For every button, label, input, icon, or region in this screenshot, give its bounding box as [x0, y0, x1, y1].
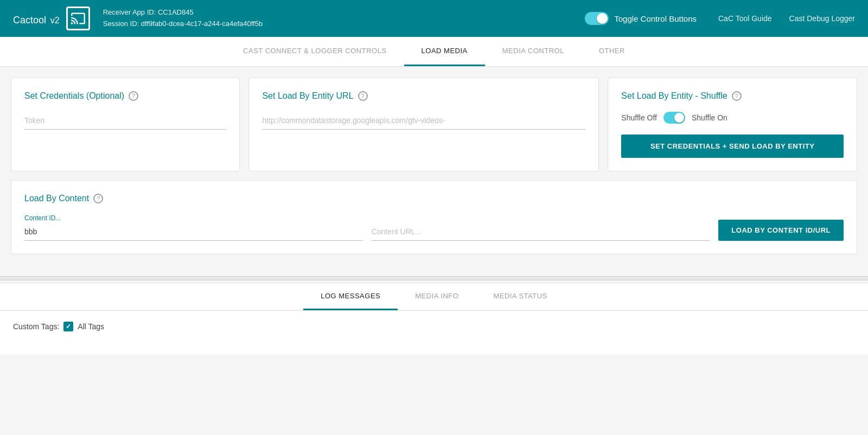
tab-load-media[interactable]: LOAD MEDIA	[404, 37, 485, 66]
shuffle-card-title: Set Load By Entity - Shuffle ?	[621, 91, 844, 101]
credentials-help-icon[interactable]: ?	[129, 91, 138, 101]
main-tabs-bar: CAST CONNECT & LOGGER CONTROLS LOAD MEDI…	[0, 37, 868, 67]
main-content: Set Credentials (Optional) ? Set Load By…	[0, 67, 868, 276]
logo-area: Cactool v2	[13, 7, 90, 30]
session-info: Receiver App ID: CC1AD845 Session ID: df…	[103, 7, 585, 30]
custom-tags-label: Custom Tags:	[13, 322, 59, 331]
custom-tags-row: Custom Tags: All Tags	[13, 322, 855, 331]
entity-url-help-icon[interactable]: ?	[358, 91, 368, 101]
tab-media-info[interactable]: MEDIA INFO	[398, 283, 476, 310]
bottom-content: Custom Tags: All Tags	[0, 311, 868, 354]
load-content-card: Load By Content ? Content ID... LOAD BY …	[11, 180, 857, 254]
entity-url-input[interactable]	[262, 112, 585, 130]
content-id-label: Content ID...	[24, 214, 363, 222]
logo-text: Cactool v2	[13, 10, 60, 27]
content-url-group	[372, 223, 710, 241]
load-content-inputs: Content ID... LOAD BY CONTENT ID/URL	[24, 214, 844, 241]
bottom-tabs-bar: LOG MESSAGES MEDIA INFO MEDIA STATUS	[0, 283, 868, 311]
bottom-section: LOG MESSAGES MEDIA INFO MEDIA STATUS Cus…	[0, 283, 868, 354]
top-cards-row: Set Credentials (Optional) ? Set Load By…	[11, 78, 857, 171]
cac-tool-guide-link[interactable]: CaC Tool Guide	[718, 14, 772, 23]
shuffle-off-label: Shuffle Off	[621, 113, 657, 122]
toggle-control-area: Toggle Control Buttons	[585, 12, 697, 25]
shuffle-help-icon[interactable]: ?	[732, 91, 742, 101]
credentials-card: Set Credentials (Optional) ?	[11, 78, 240, 171]
tab-cast-connect[interactable]: CAST CONNECT & LOGGER CONTROLS	[226, 37, 404, 66]
shuffle-toggle-row: Shuffle Off Shuffle On	[621, 112, 844, 124]
credentials-card-title: Set Credentials (Optional) ?	[24, 91, 226, 101]
load-content-help-icon[interactable]: ?	[93, 194, 103, 203]
shuffle-on-label: Shuffle On	[692, 113, 727, 122]
app-header: Cactool v2 Receiver App ID: CC1AD845 Ses…	[0, 0, 868, 37]
load-content-card-title: Load By Content ?	[24, 194, 844, 203]
shuffle-card: Set Load By Entity - Shuffle ? Shuffle O…	[608, 78, 857, 171]
tab-other[interactable]: OTHER	[582, 37, 642, 66]
content-url-input[interactable]	[372, 223, 710, 241]
tab-log-messages[interactable]: LOG MESSAGES	[303, 283, 398, 310]
all-tags-checkbox[interactable]	[63, 322, 73, 331]
load-by-content-button[interactable]: LOAD BY CONTENT ID/URL	[718, 220, 844, 241]
session-id-line: Session ID: dff9fab0-dcea-4c17-a244-ca4e…	[103, 18, 585, 30]
tab-media-control[interactable]: MEDIA CONTROL	[485, 37, 582, 66]
toggle-control-label: Toggle Control Buttons	[614, 14, 697, 23]
token-input[interactable]	[24, 112, 226, 130]
all-tags-text: All Tags	[78, 322, 104, 331]
toggle-control-switch[interactable]	[585, 12, 609, 25]
header-nav: CaC Tool Guide Cast Debug Logger	[718, 14, 855, 23]
entity-url-card: Set Load By Entity URL ?	[248, 78, 599, 171]
content-id-input[interactable]	[24, 223, 363, 241]
shuffle-toggle[interactable]	[663, 112, 685, 124]
tab-media-status[interactable]: MEDIA STATUS	[476, 283, 564, 310]
cast-icon	[66, 7, 90, 30]
receiver-app-line: Receiver App ID: CC1AD845	[103, 7, 585, 18]
content-id-group: Content ID...	[24, 214, 363, 241]
cast-svg-icon	[71, 11, 86, 26]
send-load-by-entity-button[interactable]: SET CREDENTIALS + SEND LOAD BY ENTITY	[621, 135, 844, 158]
section-divider	[0, 276, 868, 280]
cast-debug-logger-link[interactable]: Cast Debug Logger	[789, 14, 855, 23]
entity-url-card-title: Set Load By Entity URL ?	[262, 91, 585, 101]
